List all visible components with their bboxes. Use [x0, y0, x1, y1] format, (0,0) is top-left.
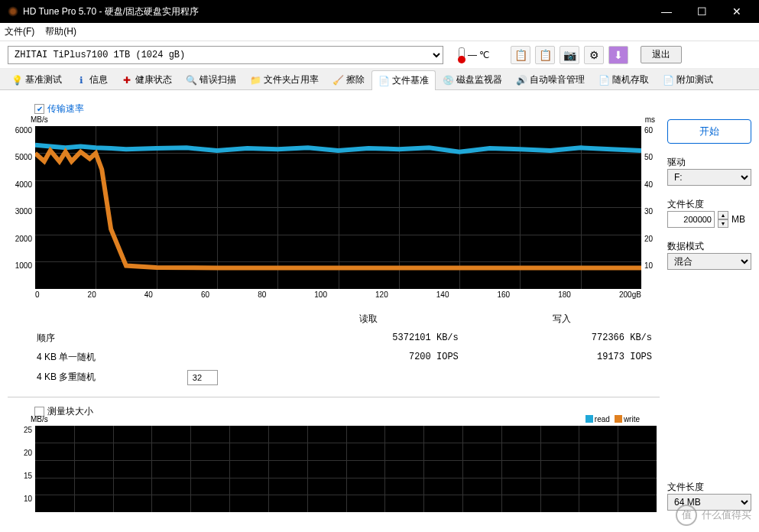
app-icon: [8, 6, 18, 17]
tab-label: 基准测试: [25, 73, 62, 86]
left-panel: ✔ 传输速率 MB/s ms 600050004000300020001000 …: [8, 98, 660, 524]
row-label: 顺序: [31, 329, 180, 347]
window-controls: — ☐ ✕: [657, 2, 751, 21]
tab-基准测试[interactable]: 💡基准测试: [5, 70, 69, 89]
menubar: 文件(F) 帮助(H): [0, 23, 759, 41]
tab-自动噪音管理[interactable]: 🔊自动噪音管理: [509, 70, 592, 89]
chart-plot-area-2: [35, 426, 657, 512]
screenshot-button[interactable]: 📷: [560, 46, 579, 64]
tab-随机存取[interactable]: 📄随机存取: [592, 70, 656, 89]
tab-label: 错误扫描: [199, 73, 236, 86]
y-axis-left-label-2: MB/s: [31, 415, 48, 423]
tab-文件夹占用率[interactable]: 📁文件夹占用率: [243, 70, 326, 89]
drive-group: 驱动 F:: [667, 151, 751, 186]
tab-擦除[interactable]: 🧹擦除: [326, 70, 371, 89]
legend-read: read: [585, 415, 610, 423]
table-row: 4 KB 单一随机 7200 IOPS 19173 IOPS: [31, 349, 658, 366]
table-row: 顺序 5372101 KB/s 772366 KB/s: [31, 329, 658, 347]
exit-button[interactable]: 退出: [641, 46, 682, 63]
settings-button[interactable]: ⚙: [584, 46, 604, 64]
pattern-select[interactable]: 混合: [667, 253, 751, 270]
main-area: ✔ 传输速率 MB/s ms 600050004000300020001000 …: [0, 90, 759, 532]
watermark: 值 什么值得买: [676, 504, 751, 526]
tab-label: 磁盘监视器: [456, 73, 502, 86]
tab-icon: ℹ: [76, 75, 86, 86]
tab-label: 信息: [89, 73, 108, 86]
pattern-label: 数据模式: [667, 240, 751, 253]
divider: [8, 397, 660, 397]
close-button[interactable]: ✕: [727, 2, 747, 21]
tab-icon: 💿: [443, 75, 453, 86]
row-label: 4 KB 单一随机: [31, 349, 180, 366]
random-multi-write: [466, 368, 658, 388]
file-length-2-label: 文件长度: [667, 481, 751, 494]
window-titlebar: HD Tune Pro 5.70 - 硬盘/固态硬盘实用程序 — ☐ ✕: [0, 0, 759, 23]
pattern-group: 数据模式 混合: [667, 235, 751, 270]
sequential-read: 5372101 KB/s: [273, 329, 465, 347]
start-button[interactable]: 开始: [667, 119, 751, 144]
y-axis-left-label: MB/s: [31, 115, 48, 124]
tab-icon: ✚: [122, 75, 132, 86]
tab-icon: 🔊: [516, 75, 527, 86]
table-header-row: 读取 写入: [31, 310, 658, 328]
queue-depth-input[interactable]: [187, 370, 218, 385]
temperature-display: — ℃: [459, 47, 489, 63]
table-row: 4 KB 多重随机: [31, 368, 658, 388]
drive-label: 驱动: [667, 156, 751, 169]
tab-label: 自动噪音管理: [530, 73, 585, 86]
tab-icon: 🧹: [332, 75, 343, 86]
tab-错误扫描[interactable]: 🔍错误扫描: [179, 70, 243, 89]
tab-附加测试[interactable]: 📄附加测试: [656, 70, 720, 89]
file-length-label: 文件长度: [667, 198, 751, 211]
tabstrip: 💡基准测试ℹ信息✚健康状态🔍错误扫描📁文件夹占用率🧹擦除📄文件基准💿磁盘监视器🔊…: [0, 69, 759, 90]
chart-legend: read write: [585, 415, 640, 423]
toolbar: ZHITAI TiPlus7100 1TB (1024 gB) — ℃ 📋 📋 …: [0, 41, 759, 69]
tab-信息[interactable]: ℹ信息: [69, 70, 115, 89]
drive-letter-select[interactable]: F:: [667, 169, 751, 186]
random-single-read: 7200 IOPS: [273, 349, 465, 366]
menu-file[interactable]: 文件(F): [5, 25, 34, 38]
sequential-write: 772366 KB/s: [466, 329, 658, 347]
window-title: HD Tune Pro 5.70 - 硬盘/固态硬盘实用程序: [23, 5, 657, 18]
tab-icon: 🔍: [186, 75, 196, 86]
file-length-stepper[interactable]: ▲▼: [718, 211, 728, 228]
file-length-unit: MB: [731, 214, 745, 225]
watermark-icon: 值: [676, 504, 697, 526]
transfer-rate-checkbox[interactable]: ✔: [34, 104, 44, 114]
tab-文件基准[interactable]: 📄文件基准: [371, 70, 436, 90]
tab-icon: 📄: [663, 75, 673, 86]
legend-write: write: [615, 415, 640, 423]
tab-icon: 📄: [378, 76, 389, 86]
block-size-checkbox-row: 测量块大小: [34, 405, 660, 418]
y-axis-left-2: 25201510: [8, 426, 35, 512]
drive-select[interactable]: ZHITAI TiPlus7100 1TB (1024 gB): [8, 46, 443, 64]
file-length-group: 文件长度 ▲▼ MB: [667, 193, 751, 228]
tab-磁盘监视器[interactable]: 💿磁盘监视器: [436, 70, 509, 89]
read-header: 读取: [273, 310, 465, 328]
menu-help[interactable]: 帮助(H): [45, 25, 76, 38]
minimize-button[interactable]: —: [657, 2, 676, 21]
random-multi-read: [273, 368, 465, 388]
row-label: 4 KB 多重随机: [31, 368, 180, 388]
paste-button[interactable]: 📋: [535, 46, 555, 64]
maximize-button[interactable]: ☐: [692, 2, 712, 21]
temperature-value: — ℃: [468, 50, 489, 60]
tab-健康状态[interactable]: ✚健康状态: [115, 70, 179, 89]
save-button[interactable]: ⬇: [608, 46, 628, 64]
toolbar-buttons: 📋 📋 📷 ⚙ ⬇: [511, 46, 628, 64]
block-size-chart: MB/s read write 25201510: [8, 426, 660, 524]
y-axis-right-label: ms: [645, 115, 655, 124]
transfer-rate-checkbox-row: ✔ 传输速率: [34, 102, 660, 115]
tab-label: 附加测试: [676, 73, 713, 86]
write-header: 写入: [466, 310, 658, 328]
tab-label: 文件夹占用率: [264, 73, 319, 86]
copy-button[interactable]: 📋: [511, 46, 530, 64]
file-length-input[interactable]: [667, 211, 715, 228]
tab-label: 文件基准: [392, 74, 429, 87]
tab-label: 健康状态: [135, 73, 172, 86]
y-axis-right: 605040302010: [641, 126, 660, 289]
y-axis-left: 600050004000300020001000: [8, 126, 35, 289]
random-single-write: 19173 IOPS: [466, 349, 658, 366]
right-panel: 开始 驱动 F: 文件长度 ▲▼ MB 数据模式 混合 文件长度 64 MB: [667, 98, 751, 524]
chart-plot-area: [35, 126, 641, 289]
